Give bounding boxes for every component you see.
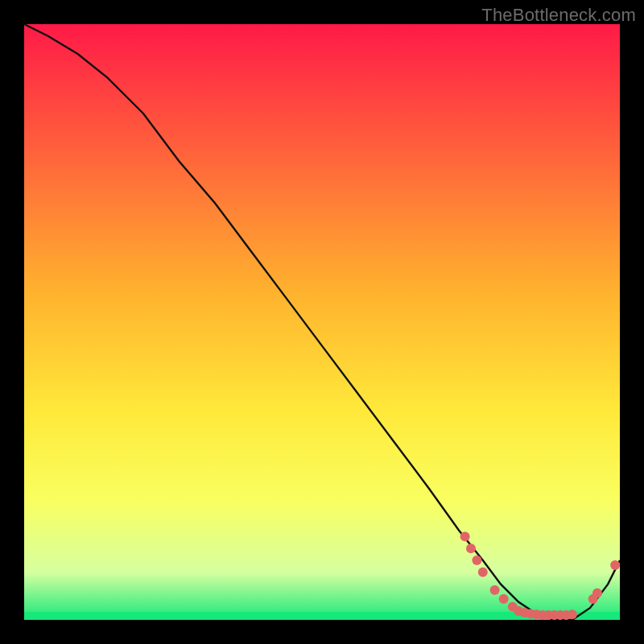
watermark-text: TheBottleneck.com [481, 5, 636, 26]
chart-area [24, 24, 620, 620]
curve-marker [610, 560, 620, 570]
curve-marker [592, 588, 602, 598]
curve-marker [466, 543, 476, 553]
curve-marker [568, 609, 577, 619]
curve-marker [478, 568, 488, 577]
curve-marker [499, 594, 509, 604]
curve-marker [460, 531, 470, 541]
chart-svg [24, 24, 620, 620]
curve-marker [490, 585, 500, 595]
curve-marker [472, 555, 481, 565]
chart-background [24, 24, 620, 620]
